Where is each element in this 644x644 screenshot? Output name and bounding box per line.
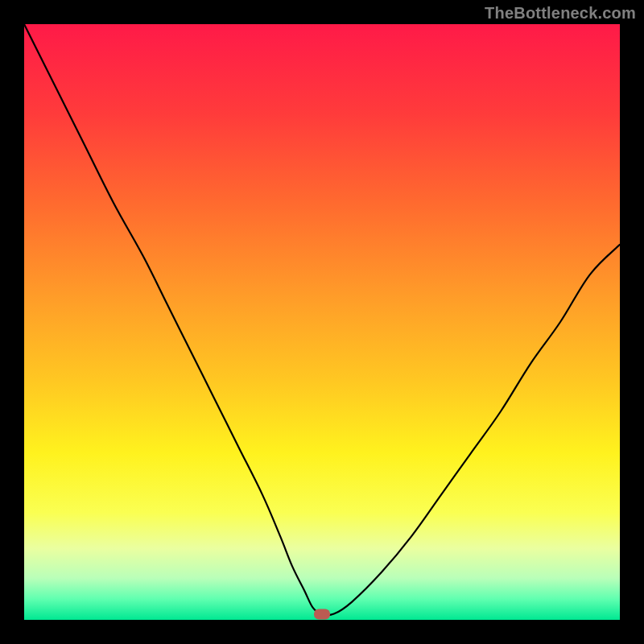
bottleneck-curve xyxy=(24,24,620,620)
plot-area xyxy=(24,24,620,620)
chart-container: TheBottleneck.com xyxy=(0,0,644,644)
optimal-point-marker xyxy=(314,609,330,619)
watermark-text: TheBottleneck.com xyxy=(485,4,636,23)
